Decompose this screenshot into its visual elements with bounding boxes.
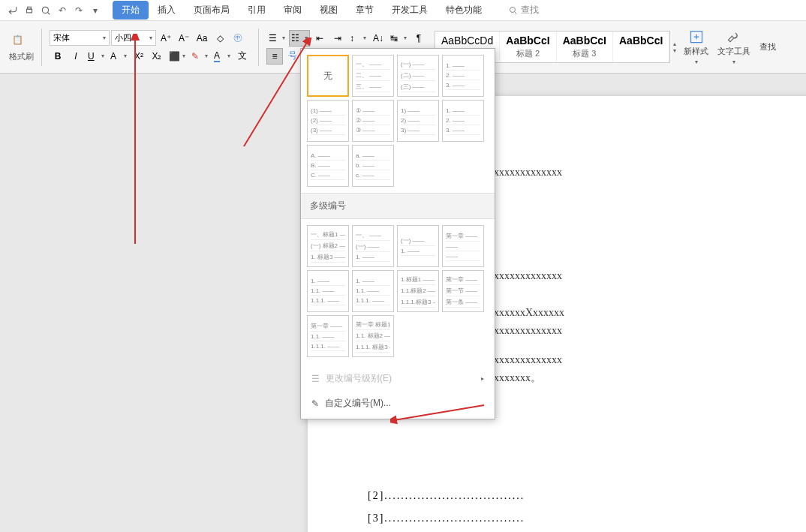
print-icon[interactable] [23, 4, 36, 17]
numbering-preset[interactable]: 一、标题1 ——(一) 标题2 ——1. 标题3 —— [307, 225, 349, 267]
indent-inc-button[interactable]: ⇥ [329, 30, 346, 47]
chevron-right-icon: ▸ [481, 375, 484, 382]
style-scroll[interactable]: ▴ ▾ [673, 41, 676, 54]
font-select[interactable]: 宋体 ▾ [50, 30, 110, 46]
numbering-preset[interactable]: 第一章 —— —— —— [442, 225, 484, 267]
strike-button[interactable]: A▾ [108, 48, 129, 65]
tab-start[interactable]: 开始 [113, 1, 149, 20]
underline-button[interactable]: U▾ [86, 48, 107, 65]
find-button[interactable]: 查找 [759, 41, 776, 53]
increase-size-icon[interactable]: A⁺ [158, 30, 174, 47]
tab-layout[interactable]: 页面布局 [185, 1, 239, 20]
numbering-preset[interactable]: (一) ——(二) ——(三) —— [397, 55, 439, 97]
scroll-up-icon[interactable]: ▴ [673, 41, 676, 47]
numbering-preset[interactable]: 第一章 标题1 ——1.1. 标题2 ——1.1.1. 标题3 —— [352, 315, 394, 357]
right-tools: 新样式▾ 文字工具▾ 查找 [684, 29, 776, 65]
new-style-icon [689, 29, 704, 44]
tab-review[interactable]: 审阅 [275, 1, 311, 20]
tab-insert[interactable]: 插入 [149, 1, 185, 20]
size-select[interactable]: 小四 ▾ [111, 30, 156, 46]
separator [258, 29, 259, 66]
superscript-button[interactable]: X² [131, 48, 147, 65]
sort-button[interactable]: A↓ [370, 30, 386, 47]
numbering-preset[interactable]: 一、 ——二、 ——三、 —— [352, 55, 394, 97]
svg-point-2 [42, 7, 48, 13]
highlight-button[interactable]: ⬛▾ [167, 48, 188, 65]
menu-tabs: 开始 插入 页面布局 引用 审阅 视图 章节 开发工具 特色功能 [113, 1, 491, 20]
multilevel-grid: 一、标题1 ——(一) 标题2 ——1. 标题3 ——一、 ——(一) ——1.… [301, 219, 495, 363]
numbering-preset[interactable]: ① ——② ——③ —— [352, 100, 394, 142]
numbering-popup: 无一、 ——二、 ——三、 ——(一) ——(二) ——(三) ——1. ——2… [300, 48, 495, 419]
separator [41, 29, 42, 66]
indent-dec-button[interactable]: ⇤ [311, 30, 328, 47]
tab-dev[interactable]: 开发工具 [383, 1, 437, 20]
redo-icon[interactable]: ↷ [72, 4, 86, 17]
numbering-preset[interactable]: 一、 ——(一) ——1. —— [352, 225, 394, 267]
numbering-preset[interactable]: 第一章 ——第一节 ——第一条 —— [442, 270, 484, 312]
decrease-size-icon[interactable]: A⁻ [176, 30, 192, 47]
tab-ref[interactable]: 引用 [239, 1, 275, 20]
phonetic-icon[interactable]: ㊥ [230, 30, 246, 47]
numbering-preset[interactable]: 无 [307, 55, 349, 97]
tab-chapter[interactable]: 章节 [347, 1, 383, 20]
font-color-button[interactable]: A▾ [212, 48, 233, 65]
new-style-button[interactable]: 新样式▾ [684, 29, 708, 65]
search-icon [509, 6, 518, 15]
chevron-down-icon: ▾ [149, 35, 152, 41]
svg-rect-1 [28, 7, 32, 9]
pencil-icon: ✎ [311, 398, 319, 409]
numbering-preset[interactable]: 1) ——2) ——3) —— [397, 100, 439, 142]
style-item[interactable]: AaBbCcI [613, 32, 669, 62]
clipboard-group: 📋 格式刷 [6, 32, 37, 62]
numbering-preset[interactable]: 1.标题1 ——1.1.标题2 ——1.1.1.标题3 —— [397, 270, 439, 312]
search-box[interactable]: 查找 [509, 4, 539, 17]
numbering-preset[interactable]: A. ——B. ——C. —— [307, 145, 349, 187]
undo2-icon[interactable]: ↶ [56, 4, 69, 17]
italic-button[interactable]: I [68, 48, 84, 65]
svg-point-3 [510, 7, 516, 12]
text-tool-button[interactable]: 文字工具▾ [717, 29, 750, 65]
numbering-preset[interactable]: 第一章 ——1.1. ——1.1.1. —— [307, 315, 349, 357]
tab-view[interactable]: 视图 [311, 1, 347, 20]
numbering-button[interactable]: ☷▾ [289, 30, 310, 47]
numbering-preset[interactable]: 1. ——1.1. ——1.1.1. —— [352, 270, 394, 312]
preview-icon[interactable] [39, 4, 53, 17]
font-group: 宋体 ▾ 小四 ▾ A⁺ A⁻ Aa ◇ ㊥ B I U▾ A▾ X² X₂ ⬛… [47, 30, 254, 65]
pen-color-button[interactable]: ✎▾ [189, 48, 210, 65]
char-border-button[interactable]: 文 [234, 48, 251, 65]
paste-icon[interactable]: 📋 [9, 32, 26, 48]
dir-button[interactable]: ↹▾ [388, 30, 409, 47]
style-heading3[interactable]: AaBbCcI 标题 3 [557, 32, 613, 62]
menu-bar: ↶ ↷ ▾ 开始 插入 页面布局 引用 审阅 视图 章节 开发工具 特色功能 查… [0, 0, 806, 21]
wrench-icon [726, 29, 741, 44]
custom-numbering-item[interactable]: ✎ 自定义编号(M)... [301, 391, 495, 416]
numbering-preset[interactable]: 1. ——2. ——3. —— [442, 55, 484, 97]
align-center-button[interactable]: 号 [284, 48, 301, 65]
align-left-button[interactable]: ≡ [266, 48, 283, 65]
showmarks-button[interactable]: ¶ [411, 30, 427, 47]
dropdown-icon[interactable]: ▾ [89, 4, 102, 17]
search-label: 查找 [521, 4, 539, 17]
subscript-button[interactable]: X₂ [149, 48, 165, 65]
font-size: 小四 [115, 32, 131, 44]
linespacing-button[interactable]: ↕▾ [347, 30, 368, 47]
clear-format-icon[interactable]: ◇ [212, 30, 228, 47]
tab-special[interactable]: 特色功能 [437, 1, 491, 20]
basic-numbering-grid: 无一、 ——二、 ——三、 ——(一) ——(二) ——(三) ——1. ——2… [301, 49, 495, 193]
change-level-item: ☰ 更改编号级别(E) ▸ [301, 366, 495, 391]
scroll-down-icon[interactable]: ▾ [673, 47, 676, 54]
bullets-button[interactable]: ☰▾ [266, 30, 287, 47]
bold-button[interactable]: B [50, 48, 66, 65]
svg-rect-0 [27, 9, 32, 13]
numbering-preset[interactable]: a. ——b. ——c. —— [352, 145, 394, 187]
numbering-preset[interactable]: (1) ——(2) ——(3) —— [307, 100, 349, 142]
format-painter-label: 格式刷 [9, 51, 34, 62]
numbering-preset[interactable]: 1. ——2. ——3. —— [442, 100, 484, 142]
undo-icon[interactable] [6, 4, 20, 17]
case-icon[interactable]: Aa [194, 30, 210, 47]
ref-line: [3].................................. [368, 507, 773, 530]
style-heading2[interactable]: AaBbCcI 标题 2 [500, 32, 556, 62]
multilevel-header: 多级编号 [301, 193, 495, 219]
numbering-preset[interactable]: 1. ——1.1. ——1.1.1. —— [307, 270, 349, 312]
numbering-preset[interactable]: (一) ——1. —— [397, 225, 439, 267]
